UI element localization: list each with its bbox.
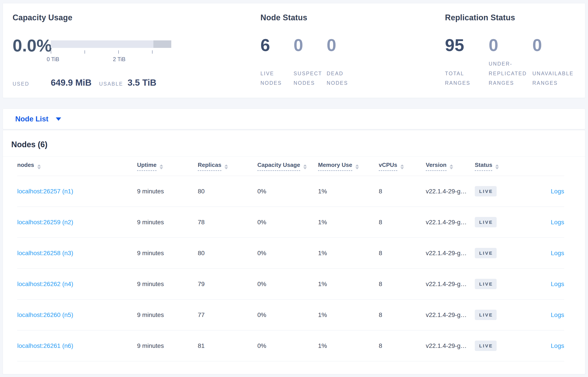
sort-icon [355, 165, 359, 169]
uptime-cell: 9 minutes [137, 281, 198, 288]
unavailable-ranges-label: UNAVAILABLE RANGES [532, 69, 583, 88]
axis-tick [84, 50, 85, 54]
capacity-usage-cell: 0% [257, 219, 318, 226]
capacity-usage-bar-chart: 0 TiB 2 TiB [51, 40, 171, 61]
under-replicated-ranges-label: UNDER-REPLICATED RANGES [489, 59, 532, 88]
uptime-cell: 9 minutes [137, 219, 198, 226]
column-header-memory-use[interactable]: Memory Use [318, 162, 379, 171]
node-address-link[interactable]: localhost:26258 (n3) [17, 250, 137, 257]
cluster-summary-panel: Capacity Usage 0.0% 0 TiB 2 TiB USED 649… [3, 3, 585, 98]
logs-cell: Logs [535, 342, 564, 349]
memory-use-cell: 1% [318, 219, 379, 226]
capacity-usage-cell: 0% [257, 342, 318, 349]
axis-tick [51, 50, 51, 54]
sort-icon [303, 165, 307, 169]
suspect-nodes-value: 0 [294, 36, 327, 54]
vcpus-cell: 8 [379, 342, 426, 349]
nodes-table: nodes Uptime Replicas Capacity Usage Mem… [3, 156, 585, 361]
sort-icon [495, 165, 499, 169]
status-cell: LIVE [475, 217, 535, 227]
column-header-replicas[interactable]: Replicas [198, 162, 257, 171]
status-cell: LIVE [475, 186, 535, 196]
replicas-cell: 77 [198, 311, 257, 318]
status-cell: LIVE [475, 341, 535, 351]
live-nodes-value: 6 [260, 36, 294, 54]
suspect-nodes-label: SUSPECT NODES [294, 69, 327, 88]
capacity-usage-cell: 0% [257, 250, 318, 257]
status-badge: LIVE [475, 279, 497, 289]
capacity-bar-track [51, 40, 171, 48]
node-status-labels: LIVE NODES SUSPECT NODES DEAD NODES [260, 69, 360, 88]
replication-status-title: Replication Status [445, 13, 515, 22]
logs-cell: Logs [535, 250, 564, 257]
version-cell: v22.1.4-29-g… [426, 250, 475, 257]
replicas-cell: 78 [198, 219, 257, 226]
logs-link[interactable]: Logs [551, 342, 564, 349]
vcpus-cell: 8 [379, 311, 426, 318]
node-address-link[interactable]: localhost:26260 (n5) [17, 311, 137, 318]
node-status-values: 6 0 0 [260, 36, 360, 54]
version-cell: v22.1.4-29-g… [426, 342, 475, 349]
node-status-title: Node Status [260, 13, 307, 22]
logs-link[interactable]: Logs [551, 188, 564, 195]
replicas-cell: 80 [198, 250, 257, 257]
vcpus-cell: 8 [379, 281, 426, 288]
status-badge: LIVE [475, 186, 497, 196]
node-list-dropdown[interactable]: Node List [3, 109, 585, 129]
nodes-table-title: Nodes (6) [3, 130, 585, 156]
status-cell: LIVE [475, 248, 535, 258]
axis-tick [152, 50, 153, 54]
replication-status-values: 95 0 0 [445, 36, 583, 54]
table-row: localhost:26258 (n3) 9 minutes 80 0% 1% … [17, 238, 564, 269]
logs-cell: Logs [535, 188, 564, 195]
dead-nodes-value: 0 [327, 36, 360, 54]
node-list-dropdown-label: Node List [15, 115, 48, 123]
table-body: localhost:26257 (n1) 9 minutes 80 0% 1% … [17, 176, 564, 361]
status-badge: LIVE [475, 310, 497, 320]
column-header-version[interactable]: Version [426, 162, 475, 171]
table-row: localhost:26261 (n6) 9 minutes 81 0% 1% … [17, 330, 564, 361]
axis-label-0tib: 0 TiB [47, 56, 59, 62]
sort-icon [160, 165, 163, 169]
node-address-link[interactable]: localhost:26261 (n6) [17, 342, 137, 349]
column-header-nodes[interactable]: nodes [17, 162, 137, 171]
table-header-row: nodes Uptime Replicas Capacity Usage Mem… [17, 156, 564, 176]
memory-use-cell: 1% [318, 342, 379, 349]
node-address-link[interactable]: localhost:26259 (n2) [17, 219, 137, 226]
capacity-usage-cell: 0% [257, 188, 318, 195]
logs-link[interactable]: Logs [551, 311, 564, 318]
logs-link[interactable]: Logs [551, 281, 564, 287]
memory-use-cell: 1% [318, 281, 379, 288]
logs-cell: Logs [535, 311, 564, 318]
axis-label-2tib: 2 TiB [113, 56, 126, 62]
capacity-bar-dark-segment [153, 40, 171, 48]
replication-status-section: Replication Status 95 0 0 TOTAL RANGES U… [445, 3, 586, 98]
version-cell: v22.1.4-29-g… [426, 311, 475, 318]
column-header-uptime[interactable]: Uptime [137, 162, 198, 171]
logs-link[interactable]: Logs [551, 250, 564, 257]
capacity-usage-title: Capacity Usage [12, 13, 72, 22]
column-header-capacity-usage[interactable]: Capacity Usage [257, 162, 318, 171]
status-badge: LIVE [475, 341, 497, 351]
node-address-link[interactable]: localhost:26262 (n4) [17, 281, 137, 288]
vcpus-cell: 8 [379, 250, 426, 257]
usable-value: 3.5 TiB [128, 78, 156, 88]
cluster-overview-page: Capacity Usage 0.0% 0 TiB 2 TiB USED 649… [0, 3, 588, 374]
uptime-cell: 9 minutes [137, 188, 198, 195]
uptime-cell: 9 minutes [137, 311, 198, 318]
usable-label: USABLE [99, 81, 128, 87]
table-row: localhost:26257 (n1) 9 minutes 80 0% 1% … [17, 176, 564, 207]
replicas-cell: 80 [198, 188, 257, 195]
under-replicated-ranges-value: 0 [489, 36, 532, 54]
version-cell: v22.1.4-29-g… [426, 281, 475, 288]
sort-icon [224, 165, 228, 169]
version-cell: v22.1.4-29-g… [426, 188, 475, 195]
column-header-status[interactable]: Status [475, 162, 535, 171]
logs-link[interactable]: Logs [551, 219, 564, 225]
column-header-vcpus[interactable]: vCPUs [379, 162, 426, 171]
sort-icon [450, 165, 453, 169]
node-address-link[interactable]: localhost:26257 (n1) [17, 188, 137, 195]
status-cell: LIVE [475, 310, 535, 320]
chevron-down-icon [56, 118, 61, 121]
capacity-usage-cell: 0% [257, 281, 318, 288]
